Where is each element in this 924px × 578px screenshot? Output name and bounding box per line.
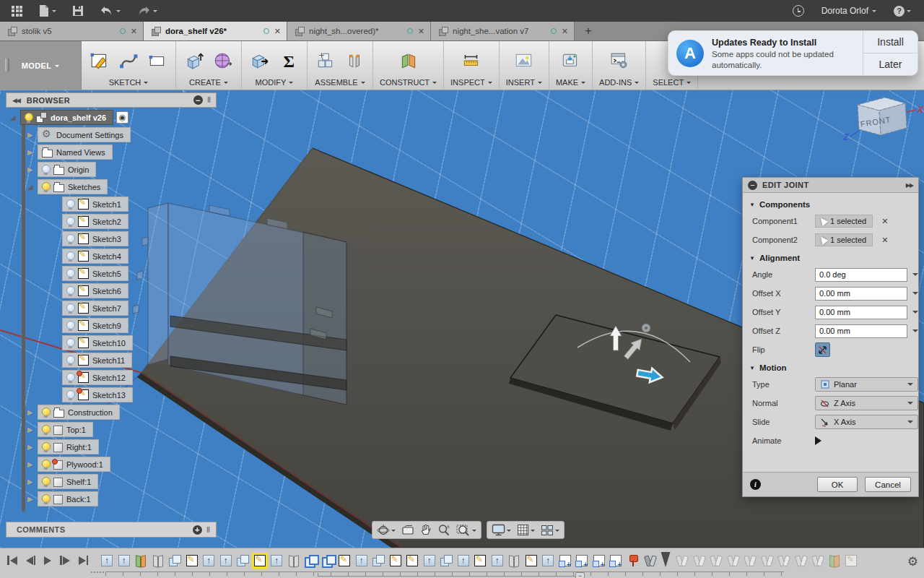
browser-tree-item[interactable]: Sketch7 [10, 301, 133, 316]
browser-tree-item[interactable]: Back:1 [10, 491, 133, 506]
sigma-parameters-icon[interactable]: Σ [277, 49, 300, 72]
panel-grip-icon[interactable] [207, 96, 210, 104]
timeline-feature-icon[interactable] [744, 555, 755, 566]
flip-button[interactable] [815, 342, 830, 357]
tree-item-pill[interactable]: Sketch12 [62, 370, 133, 385]
visibility-bulb-icon[interactable] [66, 286, 74, 296]
visibility-bulb-icon[interactable] [66, 251, 74, 262]
timeline-feature-icon[interactable] [693, 555, 705, 566]
addins-scripts-icon[interactable] [608, 49, 631, 72]
tree-item-pill[interactable]: Plywood:1 [38, 457, 110, 472]
timeline-feature-icon[interactable] [829, 555, 840, 566]
timeline-feature-icon[interactable] [458, 555, 469, 566]
document-tab[interactable]: night_she...vation v7 [431, 22, 575, 40]
browser-tree-item[interactable]: Right:1 [10, 439, 133, 454]
collapse-group-icon[interactable] [575, 572, 585, 578]
visibility-bulb-icon[interactable] [66, 269, 74, 279]
joint-tool-icon[interactable] [343, 49, 366, 72]
go-to-start-button[interactable] [7, 556, 17, 565]
tree-item-pill[interactable]: Right:1 [38, 439, 99, 454]
menu-construct[interactable]: CONSTRUCT [380, 77, 437, 88]
tree-item-pill[interactable]: Sketch5 [62, 266, 128, 281]
edit-joint-header[interactable]: EDIT JOINT [743, 178, 918, 193]
browser-tree-item[interactable]: Sketch3 [10, 231, 133, 246]
browser-tree-item[interactable]: Sketches [10, 179, 133, 194]
offset-z-input[interactable]: 0.00 mm [815, 324, 907, 338]
pan-icon[interactable] [420, 524, 432, 536]
timeline-feature-icon[interactable] [676, 555, 687, 566]
timeline-feature-icon[interactable] [761, 555, 772, 566]
visibility-bulb-icon[interactable] [25, 113, 32, 123]
cancel-button[interactable]: Cancel [865, 477, 911, 492]
timeline-feature-icon[interactable] [661, 552, 671, 567]
add-comment-icon[interactable] [193, 525, 202, 535]
timeline-feature-icon[interactable] [440, 555, 452, 566]
timeline-feature-icon[interactable] [356, 555, 367, 566]
timeline-feature-icon[interactable] [220, 555, 232, 566]
user-menu[interactable]: Dorota Orlof [821, 6, 876, 16]
timeline-feature-icon[interactable] [135, 555, 147, 566]
close-tab-icon[interactable] [418, 27, 424, 36]
tree-item-pill[interactable]: Sketch4 [62, 249, 128, 264]
visibility-bulb-icon[interactable] [66, 373, 74, 383]
timeline-feature-icon[interactable] [203, 555, 214, 566]
browser-tree-item[interactable]: Sketch1 [10, 197, 133, 212]
visibility-bulb-icon[interactable] [66, 355, 74, 366]
grid-settings-icon[interactable] [517, 524, 535, 536]
browser-tree-item[interactable]: Sketch12 [10, 370, 133, 385]
ok-button[interactable]: OK [817, 477, 858, 492]
spline-icon[interactable] [117, 49, 140, 72]
timeline-feature-icon[interactable] [372, 555, 384, 566]
timeline-feature-icon[interactable] [727, 555, 738, 566]
create-sketch-icon[interactable] [88, 49, 111, 72]
browser-tree-item[interactable]: Construction [10, 405, 133, 420]
comments-bar[interactable]: COMMENTS [6, 522, 217, 538]
chevron-down-icon[interactable] [912, 292, 918, 298]
display-settings-icon[interactable] [492, 524, 511, 536]
timeline-feature-icon[interactable] [542, 555, 554, 566]
expand-dialog-icon[interactable] [906, 182, 913, 189]
browser-tree-item[interactable]: Sketch13 [10, 387, 133, 402]
timeline-feature-icon[interactable] [406, 555, 418, 566]
timeline-feature-icon[interactable] [237, 555, 248, 566]
new-component-icon[interactable] [314, 49, 337, 72]
undo-button[interactable] [100, 5, 121, 17]
menu-sketch[interactable]: SKETCH [109, 77, 149, 88]
browser-tree-item[interactable]: Sketch6 [10, 283, 133, 298]
close-tab-icon[interactable] [131, 27, 137, 36]
expand-arrow-icon[interactable] [27, 183, 38, 191]
make-3dprint-icon[interactable] [559, 49, 582, 72]
timeline-feature-icon[interactable] [152, 555, 164, 566]
timeline-feature-icon[interactable] [777, 555, 789, 566]
expand-arrow-icon[interactable] [27, 408, 38, 416]
timeline-feature-icon[interactable] [644, 555, 655, 566]
press-pull-icon[interactable] [248, 49, 271, 72]
clear-selection-icon[interactable] [881, 236, 888, 245]
browser-tree-item[interactable]: Named Views [10, 144, 133, 160]
timeline-feature-icon[interactable] [526, 555, 537, 566]
browser-tree-item[interactable]: Sketch11 [10, 353, 133, 368]
apps-grid-icon[interactable] [12, 6, 22, 17]
tree-item-pill[interactable]: Sketch10 [62, 335, 133, 350]
new-tab-button[interactable] [575, 22, 602, 40]
browser-tree-item[interactable]: Plywood:1 [10, 457, 133, 472]
visibility-bulb-icon[interactable] [42, 494, 50, 504]
timeline-feature-icon[interactable] [845, 555, 857, 566]
section-alignment[interactable]: Alignment [749, 254, 918, 262]
timeline-feature-icon[interactable] [492, 555, 503, 566]
visibility-bulb-icon[interactable] [66, 338, 74, 348]
visibility-bulb-icon[interactable] [66, 199, 74, 210]
close-tab-icon[interactable] [562, 27, 568, 36]
visibility-bulb-icon[interactable] [66, 217, 74, 227]
timeline-feature-icon[interactable] [424, 555, 435, 566]
visibility-bulb-icon[interactable] [42, 165, 50, 175]
tree-item-pill[interactable]: Top:1 [38, 422, 93, 437]
component1-selection-button[interactable]: 1 selected [815, 215, 873, 228]
expand-arrow-icon[interactable] [27, 443, 38, 451]
timeline-feature-icon[interactable] [610, 555, 622, 566]
browser-tree-item[interactable]: Sketch10 [10, 335, 133, 350]
normal-axis-dropdown[interactable]: Z Axis [815, 396, 918, 410]
tree-item-pill[interactable]: Sketch3 [62, 231, 128, 246]
expand-arrow-icon[interactable] [27, 148, 38, 156]
visibility-bulb-icon[interactable] [66, 390, 74, 400]
